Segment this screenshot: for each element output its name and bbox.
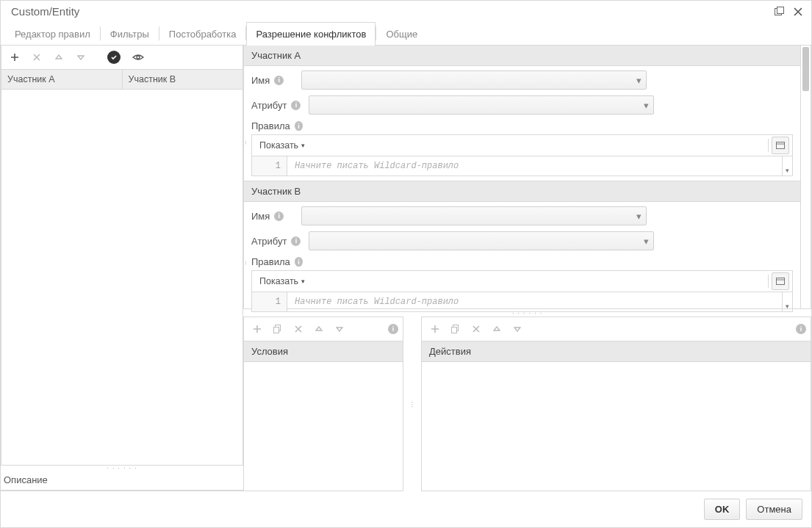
participant-a-attr-combo[interactable]: ▾ [309, 95, 654, 115]
line-number: 1 [252, 156, 287, 176]
actions-panel: i Действия [421, 317, 811, 491]
actions-list[interactable] [422, 362, 811, 491]
expand-icon[interactable] [772, 272, 789, 290]
dialog-body: Участник A Участник B · · · · · · Описан… [1, 46, 811, 491]
info-icon[interactable]: i [295, 121, 303, 131]
drag-handle-icon[interactable]: ··· [242, 254, 248, 272]
add-icon [426, 320, 444, 338]
tab-bar: Редактор правил Фильтры Постобработка Ра… [1, 22, 811, 46]
info-icon[interactable]: i [796, 324, 806, 334]
info-icon[interactable]: i [388, 324, 398, 334]
move-up-icon [488, 320, 506, 338]
titlebar: Custom/Entity [1, 1, 811, 22]
expand-icon[interactable] [772, 137, 789, 154]
panel-scrollbar[interactable] [800, 46, 811, 308]
right-column: Участник A Имя i ▾ Атрибут i [243, 46, 811, 491]
participant-b-header: Участник B [244, 181, 800, 202]
remove-icon [290, 320, 307, 338]
participant-a-header: Участник A [244, 46, 800, 66]
conditions-header: Условия [244, 341, 403, 362]
description-label: Описание [1, 471, 243, 490]
move-up-icon [50, 48, 68, 66]
code-scrollbar[interactable]: ▾ [782, 156, 792, 176]
info-icon[interactable]: i [291, 101, 301, 110]
participants-grid: Участник A Участник B [1, 46, 243, 466]
participant-a-section: Участник A Имя i ▾ Атрибут i [244, 46, 800, 181]
vertical-splitter[interactable]: ··· [409, 317, 415, 491]
actions-toolbar: i [422, 317, 811, 341]
info-icon[interactable]: i [291, 236, 301, 246]
move-down-icon [72, 48, 90, 66]
participant-a-rules-label: Правила i [251, 120, 303, 131]
participant-b-name-combo[interactable]: ▾ [301, 206, 647, 225]
dialog-footer: OK Отмена [1, 491, 811, 527]
window-title: Custom/Entity [11, 5, 79, 18]
participants-form-panel: Участник A Имя i ▾ Атрибут i [243, 46, 811, 309]
svg-rect-1 [777, 7, 783, 14]
tab-rules-editor[interactable]: Редактор правил [5, 22, 100, 46]
window-controls [773, 6, 804, 18]
close-icon[interactable] [792, 6, 804, 18]
check-circle-icon[interactable] [107, 51, 121, 64]
participant-a-attr-label: Атрибут i [251, 100, 303, 111]
participant-b-name-label: Имя i [251, 211, 295, 222]
participant-b-section: Участник B Имя i ▾ Атрибут i [244, 181, 800, 317]
copy-icon [269, 320, 287, 338]
add-icon [248, 320, 266, 338]
participants-grid-body[interactable] [1, 90, 242, 465]
line-number: 1 [252, 292, 287, 311]
participant-a-name-combo[interactable]: ▾ [301, 70, 647, 90]
code-placeholder: Начните писать Wildcard-правило [287, 156, 782, 176]
maximize-icon[interactable] [773, 6, 785, 18]
column-participant-a[interactable]: Участник A [1, 70, 122, 89]
column-participant-b[interactable]: Участник B [122, 70, 243, 89]
participant-a-show-button[interactable]: Показать▾ [255, 137, 309, 153]
svg-rect-10 [452, 328, 457, 333]
move-up-icon [310, 320, 328, 338]
scroll-thumb[interactable] [802, 47, 809, 91]
info-icon[interactable]: i [274, 76, 284, 85]
svg-point-2 [137, 56, 140, 59]
preview-icon[interactable] [129, 48, 147, 66]
tab-conflict-resolution[interactable]: Разрешение конфликтов [246, 22, 376, 46]
copy-icon [447, 320, 464, 338]
participant-a-name-label: Имя i [251, 75, 295, 86]
conditions-list[interactable] [244, 362, 403, 491]
left-column: Участник A Участник B · · · · · · Описан… [1, 46, 243, 491]
info-icon[interactable]: i [274, 211, 284, 221]
cancel-button[interactable]: Отмена [746, 499, 802, 520]
remove-icon [467, 320, 485, 338]
svg-rect-8 [274, 328, 279, 333]
move-down-icon [331, 320, 348, 338]
info-icon[interactable]: i [295, 257, 303, 267]
left-horizontal-splitter[interactable]: · · · · · · [1, 466, 243, 471]
ok-button[interactable]: OK [704, 499, 741, 520]
tab-postprocessing[interactable]: Постобработка [159, 22, 246, 46]
remove-icon [28, 48, 46, 66]
add-icon[interactable] [6, 48, 24, 66]
participant-b-code-editor[interactable]: 1 Начните писать Wildcard-правило ▾ [251, 292, 793, 312]
conditions-actions-row: i Условия ··· i Де [243, 317, 811, 491]
participant-b-rules-label: Правила i [251, 256, 303, 267]
participant-b-attr-combo[interactable]: ▾ [309, 231, 654, 250]
participant-b-show-button[interactable]: Показать▾ [255, 273, 309, 289]
code-placeholder: Начните писать Wildcard-правило [287, 292, 782, 311]
conditions-panel: i Условия [243, 317, 403, 491]
participant-a-rules-block: ··· Показать▾ [244, 133, 800, 181]
tab-filters[interactable]: Фильтры [101, 22, 159, 46]
participant-a-code-editor[interactable]: 1 Начните писать Wildcard-правило ▾ [251, 156, 793, 176]
participant-b-rules-block: ··· Показать▾ [244, 269, 800, 317]
actions-header: Действия [422, 341, 811, 362]
participants-grid-header: Участник A Участник B [1, 69, 242, 90]
description-section: Описание [1, 471, 243, 491]
svg-rect-3 [777, 142, 785, 149]
drag-handle-icon[interactable]: ··· [242, 134, 248, 151]
participants-toolbar [1, 46, 242, 69]
tab-general[interactable]: Общие [376, 22, 427, 46]
dialog-window: Custom/Entity Редактор правил Фильтры По… [0, 0, 812, 528]
conditions-toolbar: i [244, 317, 403, 341]
move-down-icon [509, 320, 526, 338]
code-scrollbar[interactable]: ▾ [782, 292, 792, 311]
svg-rect-5 [777, 278, 785, 285]
participant-b-attr-label: Атрибут i [251, 236, 303, 247]
